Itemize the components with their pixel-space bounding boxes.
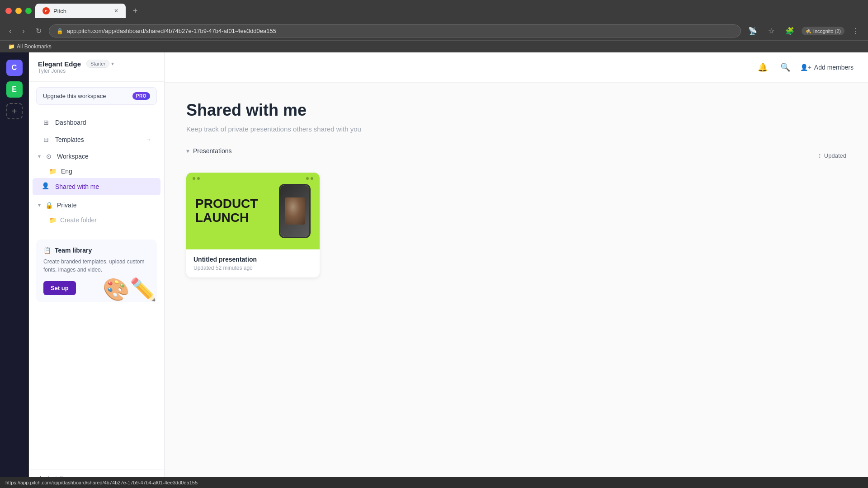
shared-icon: 👤 <box>42 182 51 191</box>
extension-button[interactable]: 🧩 <box>782 25 798 37</box>
private-chevron-icon: ▾ <box>38 202 41 208</box>
new-tab-button[interactable]: + <box>129 5 142 18</box>
main-content: 🔔 🔍 👤+ Add members Shared with me Keep t… <box>165 52 868 487</box>
back-button[interactable]: ‹ <box>5 25 15 37</box>
browser-tab-active[interactable]: P Pitch ✕ <box>35 4 126 18</box>
card-dots-right <box>306 177 313 180</box>
add-members-button[interactable]: 👤+ Add members <box>800 64 854 71</box>
address-bar[interactable]: 🔒 app.pitch.com/app/dashboard/shared/4b7… <box>49 24 741 38</box>
window-maximize-button[interactable] <box>25 8 32 14</box>
create-folder-label: Create folder <box>60 216 97 224</box>
team-library-panel: 📋 Team library Create branded templates,… <box>36 239 157 302</box>
browser-actions: 📡 ☆ 🧩 🕵️ Incognito (2) ⋮ <box>745 25 863 37</box>
templates-icon: ⊟ <box>42 135 51 144</box>
tab-close-button[interactable]: ✕ <box>114 8 118 14</box>
forward-button[interactable]: › <box>19 25 28 37</box>
workspace-name: Elegant Edge <box>38 60 81 68</box>
upgrade-banner[interactable]: Upgrade this workspace PRO <box>36 87 157 105</box>
bookmarks-bar: 📁 All Bookmarks <box>0 40 868 52</box>
add-members-label: Add members <box>814 64 854 71</box>
content-body: Shared with me Keep track of private pre… <box>165 83 868 296</box>
team-library-setup-button[interactable]: Set up <box>43 281 76 295</box>
notifications-button[interactable]: 🔔 <box>755 60 770 75</box>
team-library-description: Create branded templates, upload custom … <box>43 258 150 274</box>
presentations-section: ▾ Presentations ↕ Updated <box>186 147 846 277</box>
workspace-icon: ⊙ <box>44 152 53 161</box>
eng-label: Eng <box>61 168 72 175</box>
workspace-user: Tyler Jones <box>38 68 155 74</box>
team-library-icon: 📋 <box>43 247 51 254</box>
card-meta: Updated 52 minutes ago <box>193 265 312 271</box>
dashboard-icon: ⊞ <box>42 118 51 127</box>
phone-screen <box>280 185 309 237</box>
sidebar-nav: ⊞ Dashboard ⊟ Templates → ▾ ⊙ Workspace … <box>29 110 164 232</box>
url-text: app.pitch.com/app/dashboard/shared/4b74b… <box>67 28 733 34</box>
reload-button[interactable]: ↻ <box>32 25 45 37</box>
bookmark-folder-icon: 📁 <box>8 43 15 50</box>
tab-favicon: P <box>42 7 50 14</box>
team-library-illustration: 🎨✏️ <box>103 277 157 302</box>
dashboard-label: Dashboard <box>55 119 86 126</box>
presentation-card[interactable]: PRODUCT LAUNCH Untitled presentation <box>186 173 320 277</box>
card-info: Untitled presentation Updated 52 minutes… <box>186 249 320 277</box>
window-minimize-button[interactable] <box>15 8 22 14</box>
create-folder-item[interactable]: 📁 Create folder <box>29 213 164 227</box>
card-title: Untitled presentation <box>193 256 312 263</box>
content-header: 🔔 🔍 👤+ Add members <box>165 52 868 83</box>
bookmarks-all[interactable]: 📁 All Bookmarks <box>5 42 54 51</box>
phone-face-visual <box>285 197 305 225</box>
incognito-badge[interactable]: 🕵️ Incognito (2) <box>802 27 844 35</box>
nav-item-templates[interactable]: ⊟ Templates → <box>33 131 160 148</box>
workspace-avatar-c[interactable]: C <box>6 60 23 76</box>
presentations-grid: PRODUCT LAUNCH Untitled presentation <box>186 173 846 277</box>
create-folder-icon: 📁 <box>49 216 57 224</box>
folder-icon: 📁 <box>49 168 57 175</box>
workspace-header-row: Elegant Edge Starter ▾ <box>38 60 155 68</box>
card-dots-left <box>193 177 200 180</box>
pro-badge: PRO <box>132 92 150 100</box>
status-url: https://app.pitch.com/app/dashboard/shar… <box>5 480 198 485</box>
templates-label: Templates <box>55 136 84 143</box>
sort-label: Updated <box>824 152 846 159</box>
app-container: C E + Elegant Edge Starter ▾ Tyler Jones… <box>0 52 868 487</box>
workspace-chevron-icon[interactable]: ▾ <box>111 61 114 67</box>
page-subtitle: Keep track of private presentations othe… <box>186 125 846 133</box>
shared-label: Shared with me <box>55 183 99 190</box>
header-actions: 🔔 🔍 👤+ Add members <box>755 60 854 75</box>
status-bar: https://app.pitch.com/app/dashboard/shar… <box>0 477 868 488</box>
nav-item-dashboard[interactable]: ⊞ Dashboard <box>33 114 160 131</box>
workspace-eng-item[interactable]: 📁 Eng <box>29 164 164 178</box>
browser-titlebar: P Pitch ✕ + <box>0 0 868 22</box>
card-dot <box>193 177 195 180</box>
thumbnail-text: PRODUCT LAUNCH <box>195 197 258 225</box>
workspace-section-header[interactable]: ▾ ⊙ Workspace <box>29 148 164 164</box>
window-close-button[interactable] <box>5 8 12 14</box>
phone-mockup <box>279 184 311 238</box>
card-dot <box>311 177 313 180</box>
add-workspace-button[interactable]: + <box>6 103 23 119</box>
private-section-header[interactable]: ▾ 🔒 Private <box>29 197 164 213</box>
starter-badge[interactable]: Starter <box>86 60 109 68</box>
sort-icon: ↕ <box>818 152 821 159</box>
page-title: Shared with me <box>186 101 846 120</box>
presentations-section-label: Presentations <box>193 147 232 155</box>
presentations-section-toggle[interactable]: ▾ Presentations <box>186 147 232 155</box>
bookmark-button[interactable]: ☆ <box>764 25 778 37</box>
private-icon: 🔒 <box>44 201 53 210</box>
nav-item-shared-with-me[interactable]: 👤 Shared with me <box>33 178 160 195</box>
private-section: ▾ 🔒 Private 📁 Create folder <box>29 195 164 229</box>
workspace-avatar-e[interactable]: E <box>6 81 23 98</box>
cast-button[interactable]: 📡 <box>745 25 761 37</box>
private-label: Private <box>57 202 77 209</box>
browser-chrome: P Pitch ✕ + ‹ › ↻ 🔒 app.pitch.com/app/da… <box>0 0 868 52</box>
upgrade-text: Upgrade this workspace <box>43 93 106 99</box>
card-dot <box>197 177 200 180</box>
search-button[interactable]: 🔍 <box>778 60 793 75</box>
sort-bar[interactable]: ↕ Updated <box>818 152 846 159</box>
browser-window-controls <box>5 8 32 14</box>
card-dot <box>306 177 309 180</box>
menu-button[interactable]: ⋮ <box>848 25 863 37</box>
workspace-chevron-icon: ▾ <box>38 153 41 160</box>
main-sidebar: Elegant Edge Starter ▾ Tyler Jones Upgra… <box>29 52 165 487</box>
team-library-title: 📋 Team library <box>43 247 150 254</box>
